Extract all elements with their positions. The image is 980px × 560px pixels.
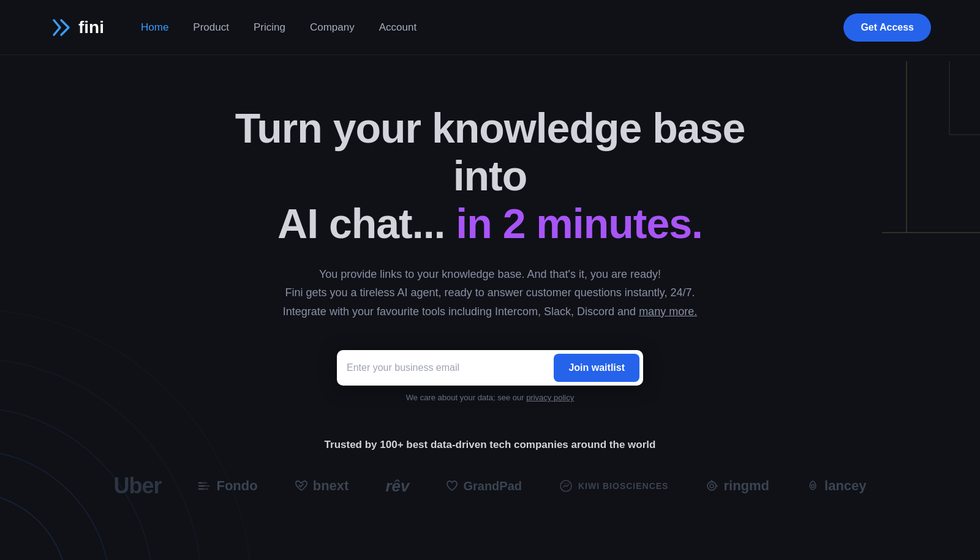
logo-kiwi: KIWI BIOSCIENCES [559, 479, 668, 493]
subtext-line2: Fini gets you a tireless AI agent, ready… [285, 286, 695, 299]
nav-pricing[interactable]: Pricing [254, 21, 285, 33]
logo-uber: Uber [113, 473, 161, 499]
svg-point-10 [707, 482, 716, 490]
ringmd-icon [705, 479, 718, 493]
email-input[interactable] [347, 357, 554, 378]
hero-subtext: You provide links to your knowledge base… [283, 265, 697, 321]
logos-row: Uber Fondo bnext rêv GrandPad [0, 473, 980, 499]
hero-section: Turn your knowledge base into AI chat...… [0, 55, 980, 402]
email-form: Join waitlist [337, 350, 643, 386]
trusted-title: Trusted by 100+ best data-driven tech co… [0, 439, 980, 451]
logo-link[interactable]: fini [49, 15, 104, 40]
bnext-text: bnext [313, 478, 349, 494]
uber-text: Uber [113, 473, 161, 499]
lancey-icon [806, 479, 820, 493]
grandpad-icon [446, 480, 458, 492]
hero-headline: Turn your knowledge base into AI chat...… [214, 104, 766, 248]
logo-icon [49, 15, 74, 40]
kiwi-icon [559, 479, 573, 493]
subtext-line3: Integrate with your favourite tools incl… [283, 305, 639, 318]
kiwi-text: KIWI BIOSCIENCES [578, 481, 668, 491]
nav-product[interactable]: Product [193, 21, 229, 33]
trusted-section: Trusted by 100+ best data-driven tech co… [0, 439, 980, 499]
ringmd-text: ringmd [723, 478, 769, 494]
fondo-icon [198, 481, 211, 491]
svg-point-14 [812, 485, 815, 488]
logo-rev: rêv [385, 477, 409, 496]
navbar: fini Home Product Pricing Company Accoun… [0, 0, 980, 55]
headline-part2: AI chat... [277, 200, 456, 247]
logo-text: fini [78, 18, 104, 37]
nav-account[interactable]: Account [379, 21, 417, 33]
nav-links: Home Product Pricing Company Account [141, 21, 417, 34]
logo-lancey: lancey [806, 478, 867, 494]
logo-ringmd: ringmd [705, 478, 769, 494]
subtext-link[interactable]: many more. [639, 305, 697, 318]
join-waitlist-button[interactable]: Join waitlist [554, 354, 639, 382]
lancey-text: lancey [824, 478, 867, 494]
privacy-link[interactable]: privacy policy [526, 393, 574, 402]
logo-bnext: bnext [295, 478, 349, 494]
logo-fondo: Fondo [198, 478, 257, 494]
privacy-text: We care about your data; see our [406, 393, 526, 402]
headline-part1: Turn your knowledge base into [235, 105, 745, 199]
grandpad-text: GrandPad [463, 479, 522, 493]
bnext-icon [295, 480, 308, 492]
get-access-button[interactable]: Get Access [843, 13, 931, 42]
logo-grandpad: GrandPad [446, 479, 522, 493]
headline-highlight: in 2 minutes. [456, 200, 703, 247]
svg-point-0 [0, 493, 67, 560]
nav-company[interactable]: Company [310, 21, 355, 33]
rev-text: rêv [385, 477, 409, 496]
form-privacy: We care about your data; see our privacy… [406, 393, 574, 402]
subtext-line1: You provide links to your knowledge base… [319, 268, 661, 280]
nav-home[interactable]: Home [141, 21, 168, 33]
fondo-text: Fondo [216, 478, 257, 494]
svg-point-11 [710, 484, 714, 488]
